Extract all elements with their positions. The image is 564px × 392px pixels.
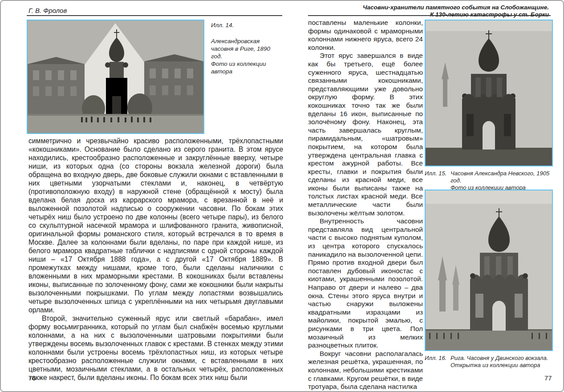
left-paragraph-2: Второй, значительно суженный ярус или св… (28, 314, 283, 382)
figure-ill-15 (425, 20, 553, 166)
figure-ill-16-title: Рига. Часовня у Двинского вокзала. (450, 355, 553, 362)
figure-ill-14-label: Илл. 14. (211, 21, 281, 29)
figure-ill-16-credit: Открытка из коллекции автора (450, 362, 553, 369)
right-paragraph-4: Вокруг часовни располагалась железная ре… (308, 350, 423, 391)
right-page-number: 77 (544, 374, 552, 382)
photo-ill-14 (28, 20, 203, 133)
right-header-rule (308, 15, 551, 16)
left-page-body: симметрично и чрезвычайно красиво распол… (28, 137, 283, 382)
left-header-rule (27, 15, 282, 16)
figure-ill-16 (425, 190, 553, 351)
figure-ill-14-title: Александровская часовня в Риге, 1890 год… (211, 37, 281, 60)
right-paragraph-3: Внутренность часовни представляла вид це… (308, 217, 423, 350)
figure-ill-15-caption: Илл. 15. Часовня Александра Невского, 19… (425, 170, 553, 191)
left-running-head: Г. В. Фролов (28, 7, 67, 14)
photo-ill-15 (426, 20, 552, 166)
figure-ill-16-caption: Илл. 16. Рига. Часовня у Двинского вокза… (425, 355, 553, 369)
book-spread: Г. В. Фролов (0, 0, 564, 392)
right-paragraph-1: поставлены маленькие колонки, формы один… (308, 19, 423, 52)
figure-ill-14-credit: Фото из коллекции автора (211, 60, 281, 75)
left-page-number: 76 (28, 374, 36, 382)
photo-ill-16 (426, 190, 552, 350)
figure-ill-16-label: Илл. 16. (425, 355, 450, 369)
right-running-head: Часовни-хранители памятного события на С… (363, 4, 549, 18)
right-running-head-line1: Часовни-хранители памятного события на С… (363, 4, 549, 11)
figure-ill-15-label: Илл. 15. (425, 170, 450, 191)
left-paragraph-1: симметрично и чрезвычайно красиво распол… (28, 137, 283, 314)
right-running-head-line2: К 130-летию катастрофы у ст. Борки (363, 11, 549, 18)
figure-ill-14-caption: Илл. 14. Александровская часовня в Риге,… (211, 21, 281, 75)
figure-ill-16-text: Рига. Часовня у Двинского вокзала. Откры… (450, 355, 553, 369)
right-page-body: поставлены маленькие колонки, формы один… (308, 19, 423, 391)
figure-ill-15-text: Часовня Александра Невского, 1905 год. Ф… (450, 170, 553, 191)
figure-ill-15-title: Часовня Александра Невского, 1905 год. (450, 170, 553, 184)
figure-ill-14 (27, 20, 204, 134)
right-paragraph-2: Этот ярус завершался в виде как бы треть… (308, 52, 423, 217)
